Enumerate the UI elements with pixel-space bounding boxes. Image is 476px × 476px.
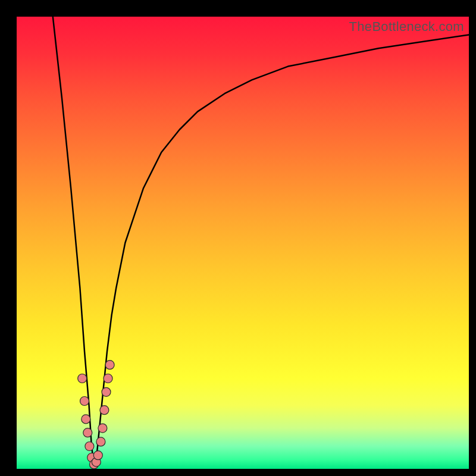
data-point xyxy=(100,406,109,415)
data-point xyxy=(93,451,102,460)
data-point xyxy=(80,397,89,406)
data-point xyxy=(78,374,87,383)
data-point xyxy=(102,387,111,396)
data-point xyxy=(96,437,105,446)
chart-svg xyxy=(17,17,469,469)
data-point xyxy=(105,361,114,369)
data-point xyxy=(82,415,90,424)
data-point xyxy=(104,374,112,383)
data-point xyxy=(98,424,107,433)
data-point xyxy=(85,442,94,451)
data-point xyxy=(83,428,92,437)
plot-area: TheBottleneck.com xyxy=(17,17,469,469)
chart-frame: TheBottleneck.com xyxy=(0,0,476,476)
bottleneck-curve xyxy=(53,17,469,464)
data-markers xyxy=(78,361,114,469)
